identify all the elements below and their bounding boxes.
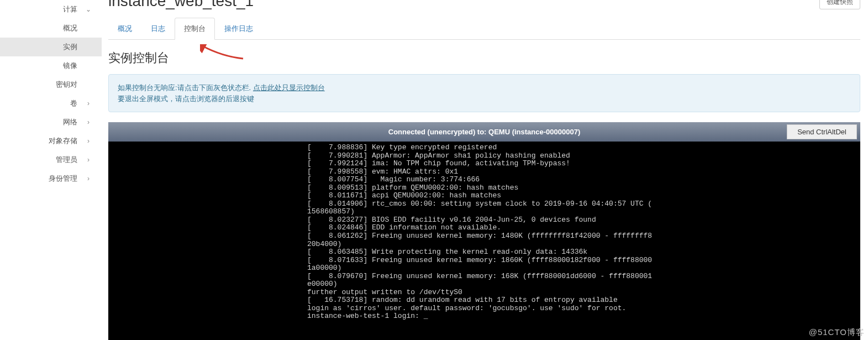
tabs: 概况日志控制台操作日志 [108,18,860,40]
console-line: [ 8.024846] EDD information not availabl… [108,224,860,232]
tab-0[interactable]: 概况 [108,18,141,40]
console-line: [ 8.079670] Freeing unused kernel memory… [108,273,860,281]
main-content: instance_web_test_1 创建快照 概况日志控制台操作日志 实例控… [102,0,868,340]
info-line2: 要退出全屏模式，请点击浏览器的后退按键 [118,93,851,104]
sidebar-item-1[interactable]: 概况 [0,19,102,38]
console-line: [ 8.011671] acpi QEMU0002:00: hash match… [108,192,860,200]
chevron-right-icon: › [85,100,92,107]
console-line: 1a00000) [108,264,860,273]
console-subheading: 实例控制台 [108,50,860,66]
sidebar-item-8[interactable]: 管理员› [0,150,102,169]
console-status-bar[interactable]: Connected (unencrypted) to: QEMU (instan… [108,122,860,142]
sidebar-item-label: 实例 [10,42,85,52]
tab-2[interactable]: 控制台 [175,18,215,40]
sidebar-item-label: 计算 [10,4,85,14]
console-line: [ 7.998558] evm: HMAC attrs: 0x1 [108,168,860,176]
console-line: [ 8.023277] BIOS EDD facility v0.16 2004… [108,216,860,224]
sidebar-item-9[interactable]: 身份管理› [0,169,102,188]
tab-3[interactable]: 操作日志 [215,18,262,40]
watermark: @51CTO博客 [809,327,865,338]
console-line: further output written to /dev/ttyS0 [108,289,860,297]
console-line: [ 16.753718] random: dd urandom read wit… [108,296,860,305]
sidebar-item-label: 对象存储 [10,136,85,146]
sidebar-item-0[interactable]: 计算⌄ [0,0,102,19]
chevron-right-icon: › [85,175,92,182]
console-status-text: Connected (unencrypted) to: QEMU (instan… [108,128,860,136]
send-ctrlaltdel-button[interactable]: Send CtrlAltDel [787,124,857,139]
console-line: [ 7.988836] Key type encrypted registere… [108,144,860,152]
console-line: instance-web-test-1 login: _ [108,312,860,321]
chevron-down-icon: ⌄ [85,6,92,13]
show-only-console-link[interactable]: 点击此处只显示控制台 [253,83,325,92]
sidebar-item-4[interactable]: 密钥对 [0,75,102,94]
console-line: [ 7.990281] AppArmor: AppArmor sha1 poli… [108,152,860,160]
sidebar-item-2[interactable]: 实例 [0,38,102,56]
sidebar-item-6[interactable]: 网络› [0,113,102,132]
console-line: [ 8.071633] Freeing unused kernel memory… [108,257,860,265]
info-panel: 如果控制台无响应:请点击下面灰色状态栏. 点击此处只显示控制台 要退出全屏模式，… [108,74,860,112]
console-line: [ 8.014906] rtc_cmos 00:00: setting syst… [108,200,860,208]
console-line: [ 8.009513] platform QEMU0002:00: hash m… [108,184,860,192]
console-line: [ 7.992124] ima: No TPM chip found, acti… [108,160,860,168]
info-line1-text: 如果控制台无响应:请点击下面灰色状态栏. [118,83,251,92]
console: Connected (unencrypted) to: QEMU (instan… [108,122,860,340]
console-line: [ 8.007754] Magic number: 3:774:666 [108,176,860,184]
sidebar-item-5[interactable]: 卷› [0,94,102,113]
chevron-right-icon: › [85,118,92,126]
create-snapshot-button[interactable]: 创建快照 [819,0,860,9]
console-line: 20b4000) [108,240,860,249]
sidebar-item-7[interactable]: 对象存储› [0,132,102,150]
console-line: [ 8.061262] Freeing unused kernel memory… [108,232,860,240]
sidebar-item-label: 概况 [10,23,85,33]
chevron-right-icon: › [85,156,92,164]
tab-1[interactable]: 日志 [141,18,175,40]
sidebar: 计算⌄概况实例镜像密钥对卷›网络›对象存储›管理员›身份管理› [0,0,102,340]
console-line: 1568608857) [108,208,860,216]
page-title: instance_web_test_1 [108,0,254,10]
sidebar-item-label: 管理员 [10,155,85,165]
console-line: [ 8.063485] Write protecting the kernel … [108,248,860,257]
sidebar-item-label: 身份管理 [10,174,85,184]
sidebar-item-label: 网络 [10,117,85,127]
sidebar-item-label: 镜像 [10,61,85,71]
console-output[interactable]: [ 7.988836] Key type encrypted registere… [108,142,860,340]
sidebar-item-label: 卷 [10,98,85,108]
sidebar-item-label: 密钥对 [10,80,85,90]
console-line: login as 'cirros' user. default password… [108,305,860,313]
console-line: e00000) [108,280,860,289]
sidebar-item-3[interactable]: 镜像 [0,56,102,75]
chevron-right-icon: › [85,137,92,145]
